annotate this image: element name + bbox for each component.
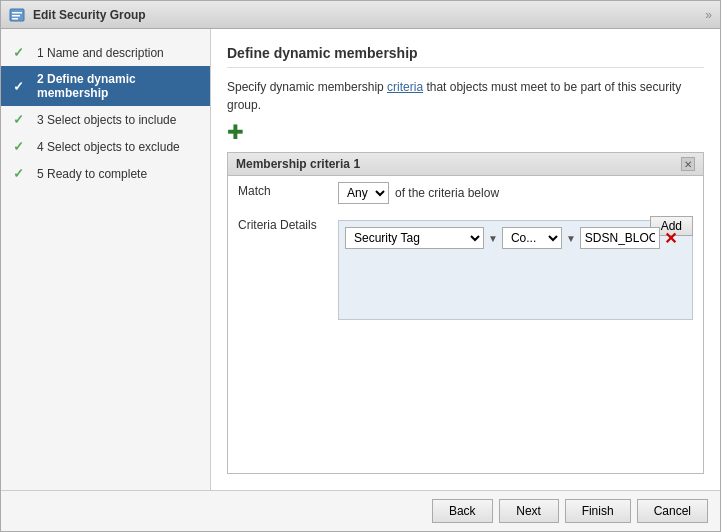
next-button[interactable]: Next (499, 499, 559, 523)
add-membership-criteria-button[interactable]: ✚ (227, 122, 704, 142)
sidebar-item-step1[interactable]: ✓ 1 Name and description (1, 39, 210, 66)
page-title: Define dynamic membership (227, 45, 704, 68)
main-content: Define dynamic membership Specify dynami… (211, 29, 720, 490)
sidebar-item-step3[interactable]: ✓ 3 Select objects to include (1, 106, 210, 133)
sidebar-step5-label: 5 Ready to complete (37, 167, 147, 181)
match-suffix-text: of the criteria below (395, 186, 499, 200)
criteria-box-title: Membership criteria 1 (236, 157, 360, 171)
criteria-link[interactable]: criteria (387, 80, 423, 94)
sidebar-step3-label: 3 Select objects to include (37, 113, 176, 127)
match-select[interactable]: Any All (338, 182, 389, 204)
window-arrows: » (705, 8, 712, 22)
step3-check-icon: ✓ (13, 112, 29, 127)
condition-select-arrow: ▼ (566, 233, 576, 244)
sidebar-item-step5[interactable]: ✓ 5 Ready to complete (1, 160, 210, 187)
criteria-header: Membership criteria 1 ✕ (228, 153, 703, 176)
tag-select-arrow: ▼ (488, 233, 498, 244)
criteria-entry-row: Security Tag VM Name Computer OS Name ▼ … (345, 227, 650, 249)
sidebar-item-step2[interactable]: ✓ 2 Define dynamic membership (1, 66, 210, 106)
match-row: Match Any All of the criteria below (228, 176, 703, 210)
step4-check-icon: ✓ (13, 139, 29, 154)
criteria-value-input[interactable] (580, 227, 660, 249)
back-button[interactable]: Back (432, 499, 493, 523)
plus-icon: ✚ (227, 122, 244, 142)
sidebar-item-step4[interactable]: ✓ 4 Select objects to exclude (1, 133, 210, 160)
condition-select[interactable]: Co... Contains Does not contain Equals (502, 227, 562, 249)
sidebar: ✓ 1 Name and description ✓ 2 Define dyna… (1, 29, 211, 490)
svg-rect-3 (12, 18, 18, 20)
step2-check-icon: ✓ (13, 79, 29, 94)
criteria-close-button[interactable]: ✕ (681, 157, 695, 171)
finish-button[interactable]: Finish (565, 499, 631, 523)
criteria-table: Match Any All of the criteria below (228, 176, 703, 326)
svg-rect-1 (12, 12, 22, 14)
titlebar: Edit Security Group » (1, 1, 720, 29)
criteria-details-label: Criteria Details (228, 210, 328, 326)
svg-rect-2 (12, 15, 20, 17)
match-label: Match (228, 176, 328, 210)
sidebar-step1-label: 1 Name and description (37, 46, 164, 60)
window-title: Edit Security Group (33, 8, 697, 22)
step5-check-icon: ✓ (13, 166, 29, 181)
security-tag-select[interactable]: Security Tag VM Name Computer OS Name (345, 227, 484, 249)
criteria-details-row: Criteria Details Add Security Tag VM Nam… (228, 210, 703, 326)
security-group-icon (9, 7, 25, 23)
sidebar-step4-label: 4 Select objects to exclude (37, 140, 180, 154)
criteria-detail-area: Security Tag VM Name Computer OS Name ▼ … (338, 220, 693, 320)
footer: Back Next Finish Cancel (1, 490, 720, 531)
edit-security-group-window: Edit Security Group » ✓ 1 Name and descr… (0, 0, 721, 532)
sidebar-step2-label: 2 Define dynamic membership (37, 72, 198, 100)
delete-criteria-button[interactable]: ✕ (664, 229, 677, 248)
description-text: Specify dynamic membership criteria that… (227, 78, 704, 114)
cancel-button[interactable]: Cancel (637, 499, 708, 523)
criteria-box: Membership criteria 1 ✕ Match Any All (227, 152, 704, 474)
step1-check-icon: ✓ (13, 45, 29, 60)
